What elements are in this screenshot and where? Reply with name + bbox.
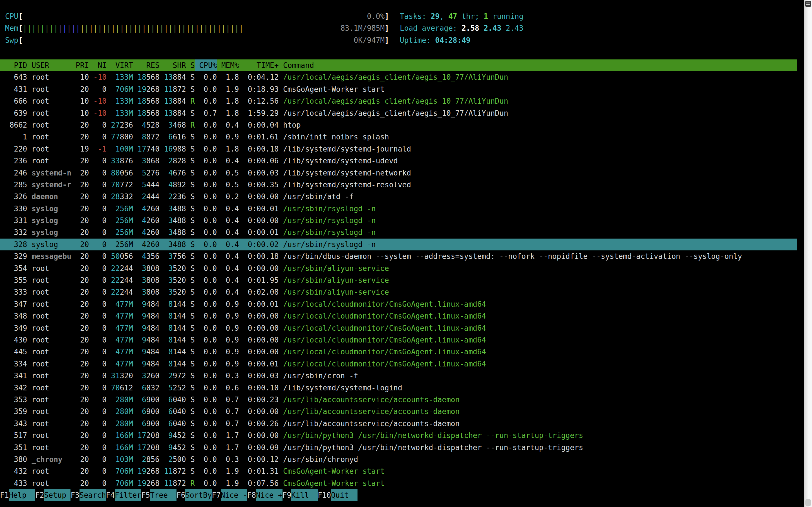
fkey-label-nice-[interactable]: Nice + bbox=[256, 489, 283, 501]
table-row[interactable]: 351 root 20 0 166M 17208 9452 S 0.0 1.7 … bbox=[0, 442, 797, 453]
time-cell: 0:00.00 bbox=[243, 406, 278, 417]
pri-cell: 20 bbox=[75, 83, 89, 95]
table-row[interactable]: 8662 root 20 0 27236 4528 3468 R 0.0 0.4… bbox=[0, 119, 797, 131]
table-row[interactable]: 643 root 10 -10 133M 18568 13884 S 0.0 1… bbox=[0, 71, 797, 83]
fkey-f3[interactable]: F3 bbox=[70, 489, 79, 501]
cpu-cell: 0.0 bbox=[199, 465, 217, 477]
res-cell: 8872 bbox=[138, 131, 160, 143]
table-row[interactable]: 246 systemd-n 20 0 80056 5276 4676 S 0.0… bbox=[0, 167, 797, 179]
column-header-command[interactable]: Command bbox=[283, 59, 797, 71]
column-header-time[interactable]: TIME+ bbox=[243, 59, 278, 71]
fkey-label-help[interactable]: Help bbox=[9, 489, 35, 501]
column-header-ni[interactable]: NI bbox=[93, 59, 107, 71]
table-row[interactable]: 333 root 20 0 22244 3808 3520 S 0.0 0.4 … bbox=[0, 286, 797, 298]
fkey-label-search[interactable]: Search bbox=[80, 489, 106, 501]
table-row[interactable]: 331 syslog 20 0 256M 4260 3488 S 0.0 0.4… bbox=[0, 215, 797, 226]
table-row[interactable]: 285 systemd-r 20 0 70772 5444 4892 S 0.0… bbox=[0, 179, 797, 191]
ni-cell: 0 bbox=[93, 453, 107, 465]
table-row[interactable]: 329 messagebu 20 0 50056 4356 3756 S 0.0… bbox=[0, 250, 797, 262]
table-row-selected[interactable]: 328 syslog 20 0 256M 4260 3488 S 0.0 0.4… bbox=[0, 238, 797, 250]
table-row[interactable]: 517 root 20 0 166M 17208 9452 S 0.0 1.7 … bbox=[0, 430, 797, 441]
command-cell: /lib/systemd/systemd-udevd bbox=[283, 155, 797, 167]
ni-cell: 0 bbox=[93, 119, 107, 131]
table-row[interactable]: 639 root 10 -10 133M 18568 13884 S 0.7 1… bbox=[0, 107, 797, 119]
table-row[interactable]: 347 root 20 0 477M 9484 8144 S 0.0 0.9 0… bbox=[0, 298, 797, 310]
fkey-f6[interactable]: F6 bbox=[176, 489, 185, 501]
fkey-label-kill[interactable]: Kill bbox=[291, 489, 318, 501]
fkey-label-nice-[interactable]: Nice - bbox=[221, 489, 247, 501]
state-cell: S bbox=[190, 203, 195, 215]
fkey-f5[interactable]: F5 bbox=[141, 489, 150, 501]
command-cell: /usr/local/cloudmonitor/CmsGoAgent.linux… bbox=[283, 322, 797, 334]
ni-cell: 0 bbox=[93, 215, 107, 226]
pri-cell: 20 bbox=[75, 250, 89, 262]
table-row[interactable]: 349 root 20 0 477M 9484 8144 S 0.0 0.9 0… bbox=[0, 322, 797, 334]
fkey-label-setup[interactable]: Setup bbox=[44, 489, 71, 501]
table-row[interactable]: 220 root 19 -1 100M 17740 16988 S 0.0 1.… bbox=[0, 143, 797, 155]
fkey-f4[interactable]: F4 bbox=[106, 489, 115, 501]
fkey-f7[interactable]: F7 bbox=[212, 489, 220, 501]
fkey-f9[interactable]: F9 bbox=[283, 489, 291, 501]
scrollbar-thumb[interactable] bbox=[805, 499, 811, 506]
time-cell: 0:00.35 bbox=[243, 179, 278, 191]
table-row[interactable]: 433 root 20 0 706M 19268 11872 R 0.0 1.9… bbox=[0, 477, 797, 489]
column-header-mem[interactable]: MEM% bbox=[221, 59, 239, 71]
meter-close-bracket: ] bbox=[385, 36, 389, 45]
table-row[interactable]: 343 root 20 0 280M 6900 6040 S 0.0 0.7 0… bbox=[0, 418, 797, 430]
res-cell: 4356 bbox=[138, 250, 160, 262]
column-header-pid[interactable]: PID bbox=[5, 59, 27, 71]
shr-cell: 3488 bbox=[164, 226, 186, 238]
fkey-f2[interactable]: F2 bbox=[35, 489, 44, 501]
command-cell: /sbin/init noibrs splash bbox=[283, 131, 797, 143]
column-header-s[interactable]: S bbox=[190, 59, 195, 71]
column-header-user[interactable]: USER bbox=[32, 59, 71, 71]
table-row[interactable]: 355 root 20 0 22244 3808 3520 S 0.0 0.4 … bbox=[0, 274, 797, 286]
fkey-label-tree[interactable]: Tree bbox=[150, 489, 176, 501]
table-row[interactable]: 359 root 20 0 280M 6900 6040 S 0.0 0.7 0… bbox=[0, 406, 797, 417]
user-cell: root bbox=[32, 477, 71, 489]
table-row[interactable]: 236 root 20 0 33876 3868 2828 S 0.0 0.4 … bbox=[0, 155, 797, 167]
table-row[interactable]: 348 root 20 0 477M 9484 8144 S 0.0 0.9 0… bbox=[0, 310, 797, 322]
mem-cell: 0.9 bbox=[221, 334, 239, 346]
fkey-label-quit[interactable]: Quit bbox=[331, 489, 357, 501]
cpu-cell: 0.0 bbox=[199, 430, 217, 441]
table-row[interactable]: 432 root 20 0 706M 19268 11872 S 0.0 1.9… bbox=[0, 465, 797, 477]
virt-cell: 77800 bbox=[111, 131, 133, 143]
ni-cell: 0 bbox=[93, 394, 107, 406]
terminal-scrollbar[interactable] bbox=[804, 0, 812, 507]
table-row[interactable]: 445 root 20 0 477M 9484 8144 S 0.0 0.9 0… bbox=[0, 346, 797, 358]
shr-cell: 3488 bbox=[164, 238, 186, 250]
column-header-cpu[interactable]: CPU% bbox=[195, 59, 217, 71]
table-row[interactable]: 334 root 20 0 477M 9484 8144 S 0.0 0.9 0… bbox=[0, 358, 797, 370]
column-header-virt[interactable]: VIRT bbox=[111, 59, 133, 71]
fkey-f1[interactable]: F1 bbox=[0, 489, 9, 501]
scrollbar-menu-button[interactable] bbox=[805, 1, 811, 7]
table-row[interactable]: 380 _chrony 20 0 103M 2856 2500 S 0.0 0.… bbox=[0, 453, 797, 465]
fkey-label-sortby[interactable]: SortBy bbox=[185, 489, 212, 501]
table-row[interactable]: 332 syslog 20 0 256M 4260 3488 S 0.0 0.4… bbox=[0, 226, 797, 238]
table-row[interactable]: 430 root 20 0 477M 9484 8144 S 0.0 0.9 0… bbox=[0, 334, 797, 346]
table-row[interactable]: 666 root 10 -10 133M 18568 13884 R 0.0 1… bbox=[0, 95, 797, 107]
mem-cell: 0.4 bbox=[221, 155, 239, 167]
table-row[interactable]: 326 daemon 20 0 28332 2444 2236 S 0.0 0.… bbox=[0, 191, 797, 203]
table-row[interactable]: 431 root 20 0 706M 19268 11872 S 0.0 1.9… bbox=[0, 83, 797, 95]
table-row[interactable]: 354 root 20 0 22244 3808 3520 S 0.0 0.4 … bbox=[0, 263, 797, 274]
column-header-pri[interactable]: PRI bbox=[75, 59, 89, 71]
cpu-cell: 0.0 bbox=[199, 453, 217, 465]
table-row[interactable]: 353 root 20 0 280M 6900 6040 S 0.0 0.7 0… bbox=[0, 394, 797, 406]
time-cell: 0:00.00 bbox=[243, 263, 278, 274]
cpu-cell: 0.0 bbox=[199, 238, 217, 250]
pri-cell: 20 bbox=[75, 226, 89, 238]
fkey-label-filter[interactable]: Filter bbox=[115, 489, 141, 501]
table-row[interactable]: 342 root 20 0 70612 6032 5252 S 0.0 0.6 … bbox=[0, 382, 797, 394]
fkey-f8[interactable]: F8 bbox=[247, 489, 256, 501]
cpu-cell: 0.0 bbox=[199, 167, 217, 179]
column-header-res[interactable]: RES bbox=[138, 59, 160, 71]
pri-cell: 20 bbox=[75, 430, 89, 441]
fkey-f10[interactable]: F10 bbox=[318, 489, 331, 501]
table-row[interactable]: 341 root 20 0 31320 3260 2972 S 0.0 0.3 … bbox=[0, 370, 797, 382]
table-row[interactable]: 330 syslog 20 0 256M 4260 3488 S 0.0 0.4… bbox=[0, 203, 797, 215]
column-header-shr[interactable]: SHR bbox=[164, 59, 186, 71]
pri-cell: 20 bbox=[75, 263, 89, 274]
table-row[interactable]: 1 root 20 0 77800 8872 6616 S 0.0 0.9 0:… bbox=[0, 131, 797, 143]
